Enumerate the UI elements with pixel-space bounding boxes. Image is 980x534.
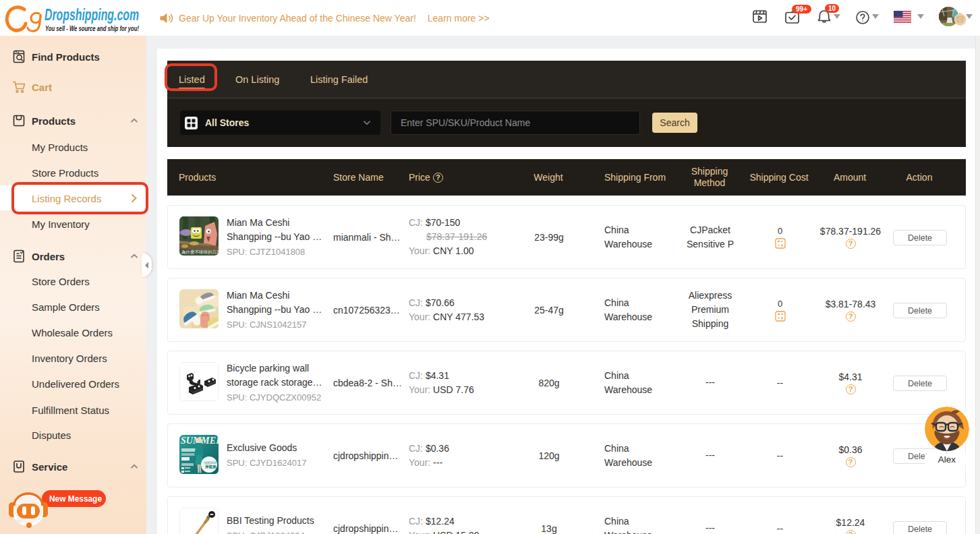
svg-text:Dropshipping.com: Dropshipping.com xyxy=(45,6,139,24)
svg-text:為什麽不啡啡的点球: 為什麽不啡啡的点球 xyxy=(181,249,219,255)
svg-text:身暖瓪: 身暖瓪 xyxy=(204,465,217,469)
svg-text:You sell - We source and ship: You sell - We source and ship for you! xyxy=(45,24,139,32)
svg-text:New Message: New Message xyxy=(49,494,102,504)
